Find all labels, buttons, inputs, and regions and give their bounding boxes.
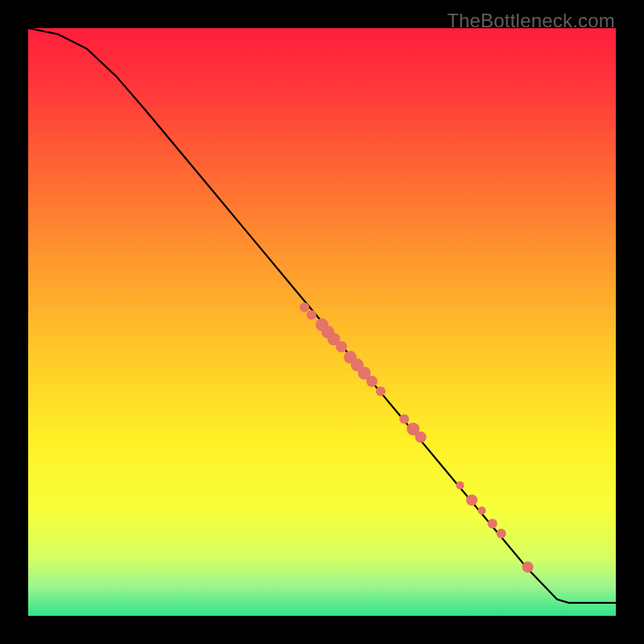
data-point — [299, 303, 309, 312]
plot-area — [28, 28, 616, 616]
curve-line — [28, 28, 616, 603]
data-point — [376, 386, 386, 396]
data-point — [488, 518, 497, 528]
data-point — [366, 376, 378, 387]
scatter-points — [299, 303, 533, 573]
data-point — [478, 506, 486, 514]
data-point — [497, 529, 506, 539]
data-point — [307, 310, 316, 320]
data-point — [399, 415, 409, 424]
data-point — [336, 341, 347, 353]
data-point — [466, 494, 477, 506]
watermark-text: TheBottleneck.com — [447, 10, 615, 32]
chart-overlay — [28, 28, 616, 616]
data-point — [522, 561, 534, 572]
data-point — [456, 481, 464, 489]
data-point — [415, 431, 427, 443]
